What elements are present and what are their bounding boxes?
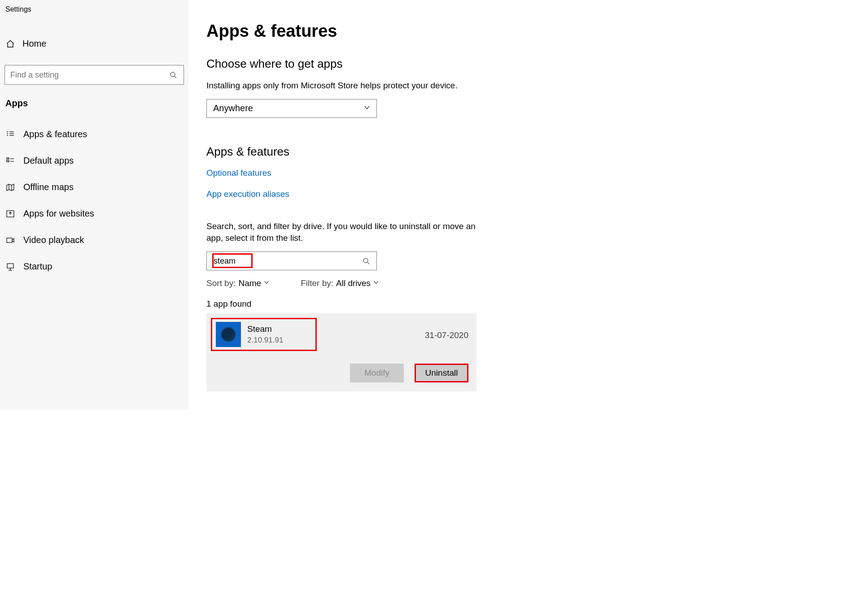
svg-rect-9 <box>7 161 9 162</box>
app-source-dropdown[interactable]: Anywhere <box>206 99 377 118</box>
chevron-down-icon <box>364 104 370 112</box>
chevron-down-icon <box>373 280 379 286</box>
sidebar: Settings Home Apps <box>0 0 188 410</box>
home-icon <box>5 39 15 49</box>
sidebar-item-label: Video playback <box>23 235 84 245</box>
offline-maps-icon <box>5 182 15 192</box>
search-highlight <box>212 253 253 268</box>
choose-apps-desc: Installing apps only from Microsoft Stor… <box>206 80 485 92</box>
optional-features-link[interactable]: Optional features <box>206 168 271 178</box>
steam-icon <box>216 322 241 347</box>
sidebar-item-label: Default apps <box>23 156 74 166</box>
settings-search-input[interactable] <box>10 70 168 80</box>
apps-search-box[interactable] <box>206 252 377 270</box>
sidebar-item-apps-features[interactable]: Apps & features <box>0 121 188 147</box>
sidebar-item-startup[interactable]: Startup <box>0 253 188 280</box>
svg-line-1 <box>175 76 176 78</box>
svg-rect-15 <box>7 238 12 243</box>
filter-label: Filter by: <box>301 278 333 288</box>
home-label: Home <box>22 39 46 49</box>
window-title: Settings <box>0 5 188 13</box>
modify-button: Modify <box>350 364 404 382</box>
dropdown-value: Anywhere <box>213 103 253 113</box>
app-list-item[interactable]: Steam 2.10.91.91 31-07-2020 Modify Unins… <box>206 313 476 391</box>
result-count: 1 app found <box>206 299 848 309</box>
default-apps-icon <box>5 156 15 166</box>
filter-value: All drives <box>336 278 371 288</box>
sidebar-item-video-playback[interactable]: Video playback <box>0 227 188 253</box>
sidebar-item-apps-for-websites[interactable]: Apps for websites <box>0 200 188 227</box>
choose-apps-heading: Choose where to get apps <box>206 57 848 71</box>
app-install-date: 31-07-2020 <box>425 330 468 340</box>
chevron-down-icon <box>264 280 269 286</box>
section-label-apps: Apps <box>0 98 188 108</box>
svg-point-0 <box>170 72 175 77</box>
sidebar-item-offline-maps[interactable]: Offline maps <box>0 174 188 200</box>
sort-label: Sort by: <box>206 278 236 288</box>
sidebar-item-default-apps[interactable]: Default apps <box>0 147 188 174</box>
app-execution-aliases-link[interactable]: App execution aliases <box>206 189 289 199</box>
apps-features-icon <box>5 130 15 139</box>
video-playback-icon <box>5 235 15 245</box>
sidebar-item-label: Offline maps <box>23 182 74 192</box>
svg-point-19 <box>363 258 368 263</box>
home-nav[interactable]: Home <box>0 35 188 52</box>
svg-rect-16 <box>7 264 13 268</box>
sidebar-item-label: Apps for websites <box>23 208 94 219</box>
page-title: Apps & features <box>206 22 848 41</box>
search-icon <box>168 70 178 80</box>
sort-value: Name <box>238 278 261 288</box>
apps-features-heading: Apps & features <box>206 145 848 159</box>
search-desc: Search, sort, and filter by drive. If yo… <box>206 221 485 244</box>
settings-search[interactable] <box>4 65 184 85</box>
app-version: 2.10.91.91 <box>247 336 283 345</box>
uninstall-button[interactable]: Uninstall <box>415 364 468 382</box>
filter-by-dropdown[interactable]: Filter by: All drives <box>301 278 379 288</box>
app-name: Steam <box>247 324 283 334</box>
apps-websites-icon <box>5 209 15 219</box>
svg-rect-8 <box>7 158 9 159</box>
search-icon <box>361 256 371 266</box>
sidebar-item-label: Startup <box>23 261 52 272</box>
startup-icon <box>5 262 15 272</box>
apps-search-input[interactable] <box>214 256 249 266</box>
main-content: Apps & features Choose where to get apps… <box>188 0 848 410</box>
app-row-highlight: Steam 2.10.91.91 <box>211 318 317 351</box>
sort-by-dropdown[interactable]: Sort by: Name <box>206 278 269 288</box>
sidebar-item-label: Apps & features <box>23 129 87 139</box>
svg-line-20 <box>367 262 369 264</box>
